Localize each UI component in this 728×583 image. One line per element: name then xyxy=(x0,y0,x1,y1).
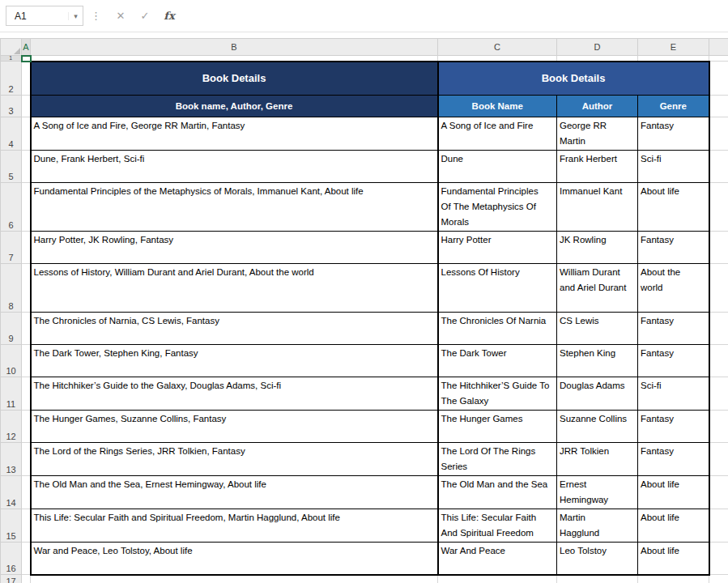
row-header[interactable]: 10 xyxy=(1,345,22,377)
genre-cell[interactable]: Fantasy xyxy=(638,345,709,377)
row-header[interactable]: 7 xyxy=(1,232,22,264)
combined-cell[interactable]: The Hunger Games, Suzanne Collins, Fanta… xyxy=(31,411,438,443)
combined-cell[interactable]: Harry Potter, JK Rowling, Fantasy xyxy=(31,232,438,264)
combined-cell[interactable]: Dune, Frank Herbert, Sci-fi xyxy=(31,151,438,183)
column-header-a[interactable]: A xyxy=(22,39,31,56)
cell-empty[interactable] xyxy=(557,56,638,62)
cell-empty[interactable] xyxy=(22,377,31,411)
cell-empty[interactable] xyxy=(22,264,31,313)
row-header[interactable]: 16 xyxy=(1,543,22,575)
cell-empty[interactable] xyxy=(22,232,31,264)
select-all-corner[interactable] xyxy=(1,39,22,56)
row-header[interactable]: 15 xyxy=(1,509,22,543)
combined-table-header[interactable]: Book name, Author, Genre xyxy=(31,96,438,117)
cell-empty[interactable] xyxy=(709,476,728,509)
formula-input[interactable] xyxy=(181,6,728,26)
author-cell[interactable]: Frank Herbert xyxy=(557,151,638,183)
author-cell[interactable]: Stephen King xyxy=(557,345,638,377)
cell-empty[interactable] xyxy=(22,411,31,443)
book-name-cell[interactable]: A Song of Ice and Fire xyxy=(438,117,557,151)
cell-empty[interactable] xyxy=(709,509,728,543)
cell-empty[interactable] xyxy=(709,96,728,117)
row-header[interactable]: 12 xyxy=(1,411,22,443)
cell-empty[interactable] xyxy=(22,543,31,575)
book-name-cell[interactable]: The Hunger Games xyxy=(438,411,557,443)
author-cell[interactable]: JK Rowling xyxy=(557,232,638,264)
book-name-cell[interactable]: Lessons Of History xyxy=(438,264,557,313)
enter-icon[interactable]: ✓ xyxy=(133,6,157,26)
book-name-header[interactable]: Book Name xyxy=(438,96,557,117)
combined-cell[interactable]: The Hitchhiker’s Guide to the Galaxy, Do… xyxy=(31,377,438,411)
cell-empty[interactable] xyxy=(22,345,31,377)
author-cell[interactable]: George RR Martin xyxy=(557,117,638,151)
book-name-cell[interactable]: The Old Man and the Sea xyxy=(438,476,557,509)
row-header[interactable]: 11 xyxy=(1,377,22,411)
combined-cell[interactable]: The Chronicles of Narnia, CS Lewis, Fant… xyxy=(31,313,438,345)
combined-cell[interactable]: The Old Man and the Sea, Ernest Hemingwa… xyxy=(31,476,438,509)
book-name-cell[interactable]: Harry Potter xyxy=(438,232,557,264)
book-name-cell[interactable]: War And Peace xyxy=(438,543,557,575)
cell-empty[interactable] xyxy=(22,96,31,117)
cell-empty[interactable] xyxy=(22,476,31,509)
cell-empty[interactable] xyxy=(638,575,709,583)
row-header[interactable]: 1 xyxy=(1,56,22,62)
genre-cell[interactable]: Fantasy xyxy=(638,411,709,443)
author-cell[interactable]: Douglas Adams xyxy=(557,377,638,411)
cell-empty[interactable] xyxy=(709,543,728,575)
author-cell[interactable]: Ernest Hemingway xyxy=(557,476,638,509)
book-name-cell[interactable]: This Life: Secular Faith And Spiritual F… xyxy=(438,509,557,543)
column-header-b[interactable]: B xyxy=(31,39,438,56)
genre-cell[interactable]: About life xyxy=(638,476,709,509)
book-name-cell[interactable]: The Hitchhiker’S Guide To The Galaxy xyxy=(438,377,557,411)
cell-empty[interactable] xyxy=(709,183,728,232)
cell-empty[interactable] xyxy=(31,575,438,583)
row-header[interactable]: 2 xyxy=(1,62,22,96)
cell-empty[interactable] xyxy=(709,345,728,377)
name-box[interactable]: A1 ▾ xyxy=(6,6,83,26)
author-cell[interactable]: Suzanne Collins xyxy=(557,411,638,443)
column-header-e[interactable]: E xyxy=(638,39,709,56)
row-header[interactable]: 17 xyxy=(1,575,22,583)
split-table-title[interactable]: Book Details xyxy=(438,62,709,96)
row-header[interactable]: 6 xyxy=(1,183,22,232)
combined-cell[interactable]: A Song of Ice and Fire, George RR Martin… xyxy=(31,117,438,151)
cell-empty[interactable] xyxy=(22,151,31,183)
cell-empty[interactable] xyxy=(709,264,728,313)
book-name-cell[interactable]: Fundamental Principles Of The Metaphysic… xyxy=(438,183,557,232)
combined-cell[interactable]: Fundamental Principles of the Metaphysic… xyxy=(31,183,438,232)
cell-empty[interactable] xyxy=(22,509,31,543)
author-cell[interactable]: Leo Tolstoy xyxy=(557,543,638,575)
insert-function-icon[interactable]: fx xyxy=(157,6,181,26)
genre-cell[interactable]: Sci-fi xyxy=(638,151,709,183)
combined-cell[interactable]: Lessons of History, William Durant and A… xyxy=(31,264,438,313)
cell-empty[interactable] xyxy=(22,313,31,345)
genre-cell[interactable]: Fantasy xyxy=(638,232,709,264)
row-header[interactable]: 8 xyxy=(1,264,22,313)
cell-empty[interactable] xyxy=(22,183,31,232)
row-header[interactable]: 4 xyxy=(1,117,22,151)
combined-cell[interactable]: The Dark Tower, Stephen King, Fantasy xyxy=(31,345,438,377)
book-name-cell[interactable]: The Lord Of The Rings Series xyxy=(438,443,557,476)
genre-cell[interactable]: Sci-fi xyxy=(638,377,709,411)
cell-empty[interactable] xyxy=(438,56,557,62)
name-box-dropdown-icon[interactable]: ▾ xyxy=(68,12,83,20)
genre-cell[interactable]: Fantasy xyxy=(638,117,709,151)
cell-empty[interactable] xyxy=(438,575,557,583)
genre-header[interactable]: Genre xyxy=(638,96,709,117)
genre-cell[interactable]: Fantasy xyxy=(638,443,709,476)
cancel-icon[interactable]: ✕ xyxy=(109,6,133,26)
cell-empty[interactable] xyxy=(709,377,728,411)
cell-empty[interactable] xyxy=(22,575,31,583)
row-header[interactable]: 14 xyxy=(1,476,22,509)
combined-table-title[interactable]: Book Details xyxy=(31,62,438,96)
cell-empty[interactable] xyxy=(709,411,728,443)
cell-empty[interactable] xyxy=(709,56,728,62)
combined-cell[interactable]: The Lord of the Rings Series, JRR Tolkie… xyxy=(31,443,438,476)
combined-cell[interactable]: This Life: Secular Faith and Spiritual F… xyxy=(31,509,438,543)
book-name-cell[interactable]: Dune xyxy=(438,151,557,183)
genre-cell[interactable]: About the world xyxy=(638,264,709,313)
author-cell[interactable]: CS Lewis xyxy=(557,313,638,345)
cell-empty[interactable] xyxy=(709,443,728,476)
row-header[interactable]: 13 xyxy=(1,443,22,476)
cell-empty[interactable] xyxy=(709,151,728,183)
